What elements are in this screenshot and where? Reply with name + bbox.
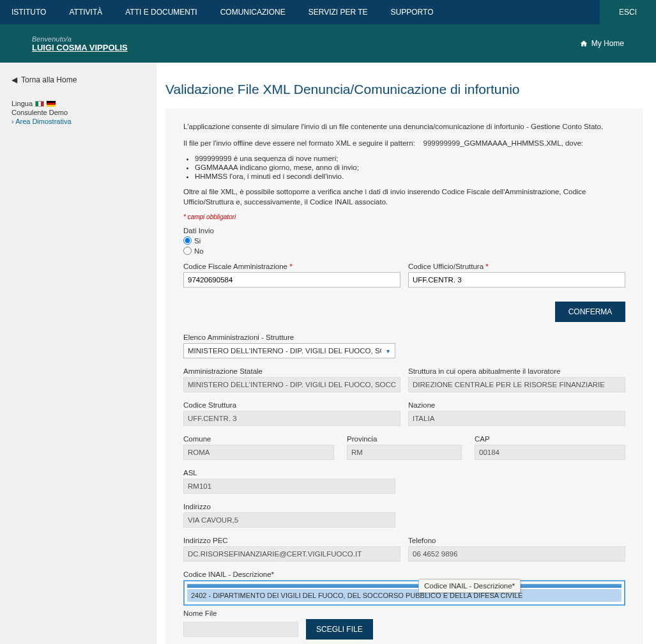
cod-strutt-input xyxy=(183,411,400,426)
back-home-link[interactable]: ◀ Torna alla Home xyxy=(11,75,145,84)
nav-attivita[interactable]: ATTIVITÀ xyxy=(57,0,114,24)
nav-servizi[interactable]: SERVIZI PER TE xyxy=(297,0,379,24)
inail-select[interactable]: 2402 - DIPARTIMENTO DEI VIGILI DEL FUOCO… xyxy=(183,580,625,606)
indirizzo-label: Indirizzo xyxy=(183,503,395,510)
intro-3: Oltre al file XML, è possibile sottoporr… xyxy=(183,187,625,207)
home-icon xyxy=(580,40,588,47)
tel-label: Telefono xyxy=(408,537,625,544)
tel-input xyxy=(408,546,625,562)
top-nav: ISTITUTO ATTIVITÀ ATTI E DOCUMENTI COMUN… xyxy=(0,0,656,24)
dati-invio-group: Dati Invio Si No xyxy=(183,227,625,255)
asl-input xyxy=(183,479,395,494)
lingua-label: Lingua xyxy=(11,100,33,107)
flag-it-icon[interactable] xyxy=(35,101,44,107)
provincia-input xyxy=(347,445,462,460)
bullet-3: HHMMSS l'ora, i minuti ed i secondi dell… xyxy=(195,172,625,180)
pec-input xyxy=(183,546,400,562)
inail-label: Codice INAIL - Descrizione* xyxy=(183,571,625,578)
back-arrow-icon: ◀ xyxy=(11,75,17,84)
lingua-row: Lingua xyxy=(11,100,145,107)
nomefile-label: Nome File xyxy=(183,610,625,617)
username-link[interactable]: LUIGI COSMA VIPPOLIS xyxy=(32,43,128,52)
sidebar: ◀ Torna alla Home Lingua Consulente Demo… xyxy=(0,63,156,644)
cod-strutt-label: Codice Struttura xyxy=(183,401,400,409)
amm-label: Amministrazione Statale xyxy=(183,367,400,375)
nav-istituto[interactable]: ISTITUTO xyxy=(0,0,57,24)
intro-1: L'applicazione consente di simulare l'in… xyxy=(183,121,625,132)
cf-label: Codice Fiscale Amministrazione * xyxy=(183,263,400,270)
nav-supporto[interactable]: SUPPORTO xyxy=(379,0,445,24)
radio-si-label: Si xyxy=(194,237,201,245)
intro-2: Il file per l'invio offline deve essere … xyxy=(183,138,625,148)
elenco-label: Elenco Amministrazioni - Strutture xyxy=(183,334,395,341)
chevron-down-icon[interactable]: ▾ xyxy=(381,345,395,357)
flag-de-icon[interactable] xyxy=(47,101,56,107)
struttura-lav-input xyxy=(408,377,625,392)
bullet-1: 999999999 è una sequenza di nove numeri; xyxy=(195,155,625,162)
elenco-select-text: MINISTERO DELL'INTERNO - DIP. VIGILI DEL… xyxy=(184,344,381,358)
nav-atti[interactable]: ATTI E DOCUMENTI xyxy=(114,0,208,24)
pec-label: Indirizzo PEC xyxy=(183,537,400,544)
cap-input xyxy=(475,445,625,460)
page-title: Validazione File XML Denuncia/Comunicazi… xyxy=(165,82,643,97)
my-home-text: My Home xyxy=(591,39,624,48)
bullet-2: GGMMAAAA indicano giorno, mese, anno di … xyxy=(195,164,625,171)
inail-option[interactable]: 2402 - DIPARTIMENTO DEI VIGILI DEL FUOCO… xyxy=(187,589,622,602)
radio-si[interactable] xyxy=(183,236,192,245)
area-dimostrativa-link[interactable]: Area Dimostrativa xyxy=(11,118,145,125)
nomefile-input xyxy=(183,622,298,637)
nav-esci[interactable]: ESCI xyxy=(600,0,656,24)
nazione-label: Nazione xyxy=(408,401,625,409)
cu-label: Codice Ufficio/Struttura * xyxy=(408,263,625,270)
intro-bullets: 999999999 è una sequenza di nove numeri;… xyxy=(195,155,625,180)
asl-label: ASL xyxy=(183,469,395,477)
conferma-button[interactable]: CONFERMA xyxy=(555,302,625,322)
inail-select-bar xyxy=(187,584,622,588)
my-home-link[interactable]: My Home xyxy=(580,39,624,48)
radio-no[interactable] xyxy=(183,247,192,255)
indirizzo-input xyxy=(183,512,395,528)
scegli-file-button[interactable]: SCEGLI FILE xyxy=(306,619,373,640)
mandatory-note: * campi obbligatori xyxy=(183,213,625,220)
struttura-lav-label: Struttura in cui opera abitualmente il l… xyxy=(408,367,625,375)
consulente-label: Consulente Demo xyxy=(11,109,145,116)
comune-label: Comune xyxy=(183,435,334,443)
nazione-input xyxy=(408,411,625,426)
back-home-text: Torna alla Home xyxy=(21,75,77,84)
welcome-label: Benvenuto/a xyxy=(32,35,128,43)
cu-input[interactable] xyxy=(408,272,625,288)
cap-label: CAP xyxy=(475,435,625,443)
sub-nav: Benvenuto/a LUIGI COSMA VIPPOLIS My Home xyxy=(0,24,656,63)
amm-input xyxy=(183,377,400,392)
radio-no-label: No xyxy=(194,247,204,255)
comune-input xyxy=(183,445,334,460)
content-box: L'applicazione consente di simulare l'in… xyxy=(165,109,643,644)
cf-input[interactable] xyxy=(183,272,400,288)
dati-invio-label: Dati Invio xyxy=(183,227,625,234)
main-content: Validazione File XML Denuncia/Comunicazi… xyxy=(156,63,656,644)
provincia-label: Provincia xyxy=(347,435,462,443)
inail-tooltip: Codice INAIL - Descrizione* xyxy=(418,579,521,593)
elenco-select[interactable]: MINISTERO DELL'INTERNO - DIP. VIGILI DEL… xyxy=(183,343,395,358)
nav-comunicazione[interactable]: COMUNICAZIONE xyxy=(209,0,297,24)
